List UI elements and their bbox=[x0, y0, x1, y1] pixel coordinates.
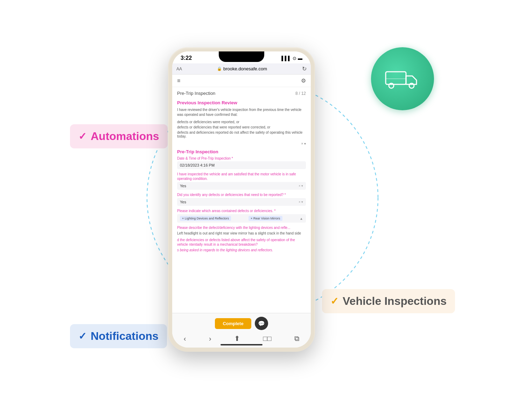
answer1-select[interactable]: Yes × ▾ bbox=[177, 182, 306, 190]
question2: Did you identify any defects or deficien… bbox=[177, 192, 306, 197]
form-title: Pre-Trip Inspection bbox=[177, 91, 215, 96]
nav-bar: ‹ › ⬆ □□ ⧉ bbox=[172, 333, 311, 344]
phone-notch bbox=[219, 51, 264, 62]
nav-forward-icon[interactable]: › bbox=[209, 335, 211, 343]
defect-label: Please describe the defect/deficiency wi… bbox=[177, 225, 306, 230]
close-row: × ▾ bbox=[177, 142, 306, 146]
wifi-icon: ⊙ bbox=[293, 56, 296, 61]
nav-share-icon[interactable]: ⬆ bbox=[234, 334, 240, 343]
answer2-select[interactable]: Yes × ▾ bbox=[177, 198, 306, 206]
complete-button[interactable]: Complete bbox=[215, 318, 251, 329]
nav-tabs-icon[interactable]: ⧉ bbox=[294, 335, 299, 343]
browser-bar[interactable]: AA 🔒 brooke.donesafe.com ↻ bbox=[172, 63, 311, 75]
tag-1[interactable]: × Lighting Devices and Reflectors bbox=[180, 216, 231, 221]
automations-label: Automations bbox=[91, 130, 159, 143]
phone-device: 3:22 ▌▌▌ ⊙ ▬ AA 🔒 brooke.donesafe.com ↻ bbox=[168, 47, 315, 352]
vehicle-inspections-badge: ✓ Vehicle Inspections bbox=[322, 289, 455, 313]
nav-back-icon[interactable]: ‹ bbox=[184, 335, 186, 343]
chat-icon: 💬 bbox=[258, 320, 265, 327]
select-clear-2[interactable]: × ▾ bbox=[299, 200, 303, 204]
phone-outer: 3:22 ▌▌▌ ⊙ ▬ AA 🔒 brooke.donesafe.com ↻ bbox=[168, 47, 315, 352]
lock-icon: 🔒 bbox=[217, 66, 222, 71]
safety-question: d the deficiencies or defects listed abo… bbox=[177, 238, 306, 247]
phone-screen: 3:22 ▌▌▌ ⊙ ▬ AA 🔒 brooke.donesafe.com ↻ bbox=[172, 51, 311, 348]
tags-field[interactable]: × Lighting Devices and Reflectors × Rear… bbox=[177, 214, 306, 223]
chat-button[interactable]: 💬 bbox=[255, 317, 268, 330]
page-header: ≡ ⚙ bbox=[172, 75, 311, 87]
browser-aa[interactable]: AA bbox=[176, 66, 182, 71]
question1: I have inspected the vehicle and am sati… bbox=[177, 172, 306, 181]
signal-icon: ▌▌▌ bbox=[281, 56, 291, 61]
bottom-bar: Complete 💬 ‹ › ⬆ □□ ⧉ bbox=[172, 313, 311, 348]
datetime-label: Date & Time of Pre-Trip Inspection * bbox=[177, 156, 306, 160]
hamburger-icon[interactable]: ≡ bbox=[177, 78, 180, 84]
section1-title: Previous Inspection Review bbox=[177, 100, 306, 105]
notifications-label: Notifications bbox=[91, 330, 159, 343]
vehicle-check: ✓ bbox=[330, 295, 338, 307]
checkbox-item-2: defects or deficiencies that were report… bbox=[177, 125, 306, 129]
svg-rect-1 bbox=[386, 72, 406, 84]
section2-title: Pre-Trip Inspection bbox=[177, 149, 306, 154]
answer1-value: Yes bbox=[180, 184, 186, 188]
notifications-badge: ✓ Notifications bbox=[70, 324, 167, 348]
checkbox-item-3: defects and deficiencies reported do not… bbox=[177, 131, 306, 138]
gear-icon[interactable]: ⚙ bbox=[301, 77, 306, 84]
defect-desc: Left headlight is out and right rear vie… bbox=[177, 231, 306, 236]
form-title-row: Pre-Trip Inspection 8 / 12 bbox=[177, 91, 306, 96]
form-container: Pre-Trip Inspection 8 / 12 Previous Insp… bbox=[172, 87, 311, 329]
refresh-icon[interactable]: ↻ bbox=[302, 65, 307, 72]
tag-2[interactable]: × Rear Vision Mirrors bbox=[248, 216, 282, 221]
section1-desc: I have reviewed the driver's vehicle ins… bbox=[177, 107, 306, 117]
home-indicator bbox=[220, 344, 262, 345]
automations-badge: ✓ Automations bbox=[70, 124, 168, 148]
checkbox-item-1: defects or deficiencies were reported, o… bbox=[177, 120, 306, 124]
close-icon[interactable]: × ▾ bbox=[301, 142, 306, 146]
checkbox-group: defects or deficiencies were reported, o… bbox=[177, 120, 306, 138]
battery-icon: ▬ bbox=[298, 56, 302, 61]
notifications-check: ✓ bbox=[78, 330, 86, 342]
question3: Please indicate which areas contained de… bbox=[177, 209, 306, 213]
select-clear-1[interactable]: × ▾ bbox=[299, 184, 303, 188]
page-content: ≡ ⚙ Pre-Trip Inspection 8 / 12 Previous … bbox=[172, 75, 311, 332]
vehicle-label: Vehicle Inspections bbox=[343, 295, 447, 308]
complete-btn-area: Complete 💬 bbox=[172, 317, 311, 330]
form-page: 8 / 12 bbox=[295, 91, 306, 96]
status-icons: ▌▌▌ ⊙ ▬ bbox=[281, 56, 302, 61]
truck-svg bbox=[385, 66, 420, 91]
browser-url-display[interactable]: 🔒 brooke.donesafe.com bbox=[182, 66, 302, 71]
truck-icon-circle bbox=[371, 47, 434, 110]
main-scene: ✓ Automations ✓ Notifications ✓ Vehicle … bbox=[70, 26, 455, 394]
status-time: 3:22 bbox=[181, 55, 192, 61]
answer2-value: Yes bbox=[180, 200, 186, 204]
automations-check: ✓ bbox=[78, 131, 86, 142]
datetime-value[interactable]: 02/18/2023 4:16 PM bbox=[177, 161, 306, 169]
url-text: brooke.donesafe.com bbox=[223, 66, 267, 71]
safety-sub: s being asked in regards to the lighting… bbox=[177, 248, 306, 252]
nav-books-icon[interactable]: □□ bbox=[263, 335, 272, 343]
tags-arrow: ▲ bbox=[300, 217, 303, 220]
